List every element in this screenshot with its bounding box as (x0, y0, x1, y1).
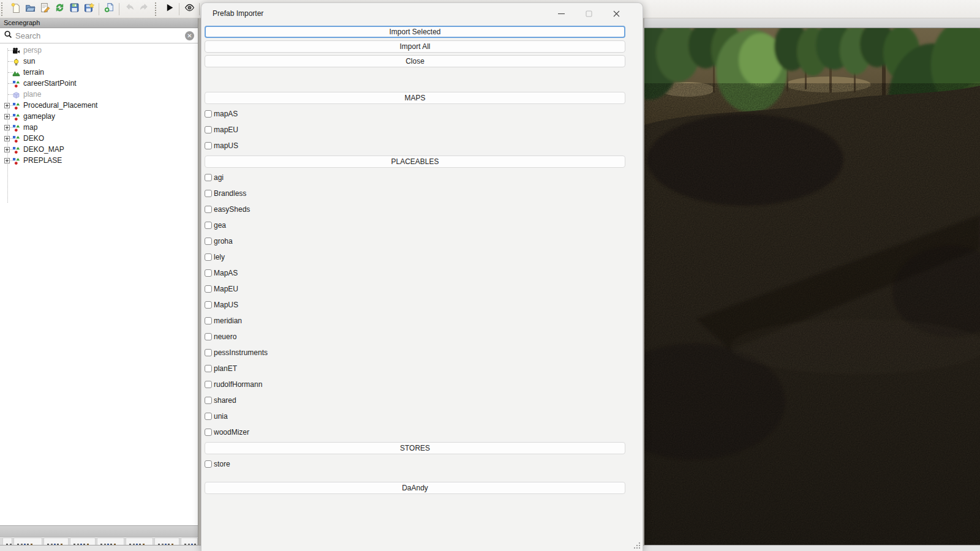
transform-group-icon (12, 146, 21, 154)
bottom-tab-stub[interactable] (154, 538, 179, 545)
tree-item-terrain[interactable]: terrain (0, 67, 198, 78)
prefab-item-row[interactable]: Brandless (205, 186, 625, 201)
checkbox[interactable] (205, 206, 212, 213)
checkbox[interactable] (205, 238, 212, 245)
bottom-tab-stub[interactable] (2, 538, 12, 545)
checkbox[interactable] (205, 460, 212, 468)
play-button[interactable] (162, 2, 176, 17)
bottom-tab-stub[interactable] (126, 538, 153, 545)
tree-item-sun[interactable]: sun (0, 56, 198, 67)
clear-search-icon[interactable]: ✕ (185, 31, 194, 40)
checkbox[interactable] (205, 253, 212, 261)
checkbox[interactable] (205, 413, 212, 420)
import-file-button[interactable] (102, 2, 116, 17)
close-icon[interactable] (603, 3, 630, 24)
prefab-item-row[interactable]: shared (205, 392, 625, 408)
undo-button[interactable] (122, 2, 137, 17)
prefab-item-row[interactable]: store (205, 456, 625, 472)
terrain-scene[interactable] (644, 28, 980, 545)
toolbar-grip[interactable] (155, 2, 159, 16)
checkbox[interactable] (205, 301, 212, 309)
prefab-item-row[interactable]: lely (205, 249, 625, 265)
tree-item-DEKO_MAP[interactable]: DEKO_MAP (0, 144, 198, 155)
bottom-tab-stub[interactable] (43, 538, 69, 545)
checkbox[interactable] (205, 317, 212, 324)
prefab-item-row[interactable]: agi (205, 170, 625, 186)
checkbox[interactable] (205, 429, 212, 436)
expand-icon[interactable] (4, 114, 10, 119)
toolbar-grip[interactable] (1, 2, 6, 16)
tree-item-PREPLASE[interactable]: PREPLASE (0, 155, 198, 166)
prefab-item-row[interactable]: easySheds (205, 201, 625, 217)
visibility-button[interactable] (182, 2, 197, 17)
tree-item-gameplay[interactable]: gameplay (0, 111, 198, 122)
prefab-item-row[interactable]: mapUS (205, 138, 625, 154)
prefab-item-row[interactable]: unia (205, 408, 625, 424)
checkbox[interactable] (205, 126, 212, 133)
open-file-button[interactable] (23, 2, 37, 17)
checkbox[interactable] (205, 174, 212, 181)
minimize-icon[interactable] (548, 3, 575, 24)
tree-item-persp[interactable]: persp (0, 45, 198, 56)
checkbox[interactable] (205, 397, 212, 404)
section-header-stores[interactable]: STORES (205, 442, 625, 454)
expand-icon[interactable] (4, 136, 10, 141)
bottom-tab-stub[interactable] (181, 538, 198, 545)
edit-script-button[interactable] (37, 2, 52, 17)
tree-item-careerStartPoint[interactable]: careerStartPoint (0, 78, 198, 89)
expand-icon[interactable] (4, 125, 10, 130)
tree-item-map[interactable]: map (0, 122, 198, 133)
tree-item-plane[interactable]: plane (0, 89, 198, 100)
save-as-button[interactable] (81, 2, 96, 17)
close-button[interactable]: Close (205, 55, 625, 67)
checkbox[interactable] (205, 285, 212, 293)
terrain-icon (12, 69, 21, 77)
section-header-maps[interactable]: MAPS (205, 92, 625, 104)
prefab-item-row[interactable]: meridian (205, 313, 625, 329)
bottom-tab-stub[interactable] (97, 538, 124, 545)
checkbox[interactable] (205, 349, 212, 356)
resize-grip[interactable] (639, 547, 640, 549)
bottom-tab-stub[interactable] (70, 538, 95, 545)
checkbox[interactable] (205, 190, 212, 197)
prefab-item-row[interactable]: groha (205, 233, 625, 249)
prefab-item-row[interactable]: gea (205, 217, 625, 233)
prefab-item-row[interactable]: mapAS (205, 106, 625, 122)
checkbox[interactable] (205, 142, 212, 149)
expand-icon[interactable] (4, 103, 10, 108)
prefab-item-row[interactable]: MapEU (205, 281, 625, 297)
viewport-3d[interactable] (644, 18, 980, 545)
prefab-item-row[interactable]: pessInstruments (205, 345, 625, 361)
toolbar-separator (119, 3, 119, 15)
prefab-item-row[interactable]: MapAS (205, 265, 625, 281)
new-file-button[interactable] (8, 2, 23, 17)
expand-icon[interactable] (4, 158, 10, 163)
prefab-item-row[interactable]: planET (205, 361, 625, 377)
section-header-daandy[interactable]: DaAndy (205, 482, 625, 494)
prefab-item-row[interactable]: woodMizer (205, 424, 625, 440)
prefab-item-row[interactable]: neuero (205, 329, 625, 345)
toolbar-separator (199, 3, 200, 15)
redo-button[interactable] (137, 2, 151, 17)
maximize-icon[interactable] (575, 3, 603, 24)
prefab-item-row[interactable]: mapEU (205, 122, 625, 138)
section-header-placeables[interactable]: PLACEABLES (205, 156, 625, 168)
prefab-item-row[interactable]: rudolfHormann (205, 377, 625, 392)
import-all-button[interactable]: Import All (205, 40, 625, 53)
tree-item-DEKO[interactable]: DEKO (0, 133, 198, 144)
checkbox[interactable] (205, 269, 212, 277)
checkbox[interactable] (205, 110, 212, 118)
checkbox[interactable] (205, 365, 212, 372)
save-button[interactable] (67, 2, 81, 17)
checkbox[interactable] (205, 381, 212, 388)
bottom-tab-stub[interactable] (13, 538, 42, 545)
dialog-titlebar[interactable]: Prefab Importer (202, 3, 643, 24)
refresh-button[interactable] (52, 2, 67, 17)
expand-icon[interactable] (4, 147, 10, 152)
import-selected-button[interactable]: Import Selected (205, 26, 625, 38)
tree-item-Procedural_Placement[interactable]: Procedural_Placement (0, 100, 198, 111)
checkbox[interactable] (205, 222, 212, 229)
prefab-item-row[interactable]: MapUS (205, 297, 625, 313)
search-input[interactable] (15, 31, 182, 40)
checkbox[interactable] (205, 333, 212, 340)
